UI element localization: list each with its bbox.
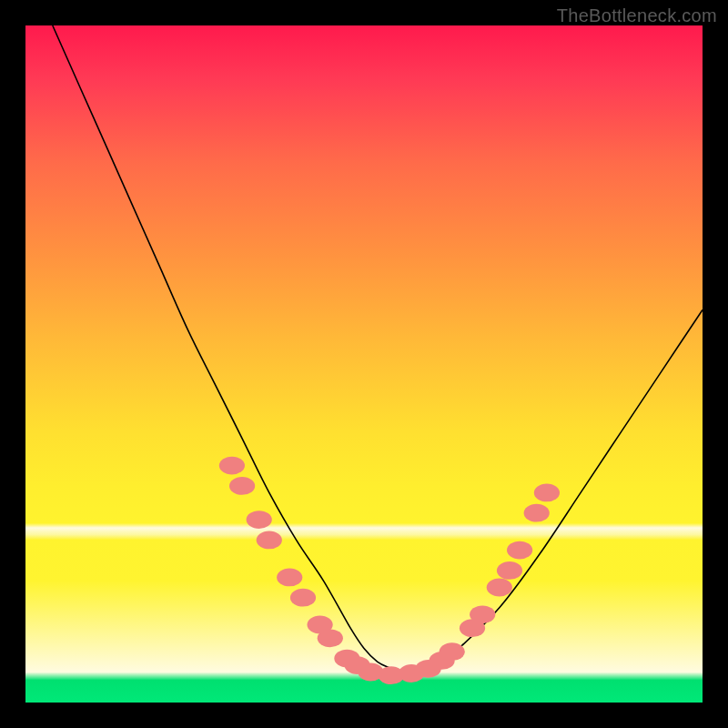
bead-marker bbox=[247, 511, 272, 529]
bead-marker bbox=[277, 569, 302, 587]
bead-marker bbox=[290, 589, 316, 607]
bottleneck-plot bbox=[25, 25, 703, 703]
bead-marker bbox=[318, 629, 343, 647]
bead-marker bbox=[534, 484, 560, 502]
bead-marker bbox=[219, 457, 245, 475]
bead-marker bbox=[487, 579, 512, 597]
watermark-text: TheBottleneck.com bbox=[557, 5, 717, 26]
bead-marker bbox=[440, 642, 465, 661]
bead-marker bbox=[524, 504, 550, 522]
bead-marker bbox=[470, 605, 495, 623]
bead-marker bbox=[229, 477, 255, 495]
curve-beads bbox=[219, 457, 560, 684]
bottleneck-curve bbox=[53, 25, 703, 676]
chart-area bbox=[25, 25, 703, 703]
bead-marker bbox=[257, 531, 282, 550]
bead-marker bbox=[507, 541, 532, 560]
bead-marker bbox=[497, 561, 522, 580]
